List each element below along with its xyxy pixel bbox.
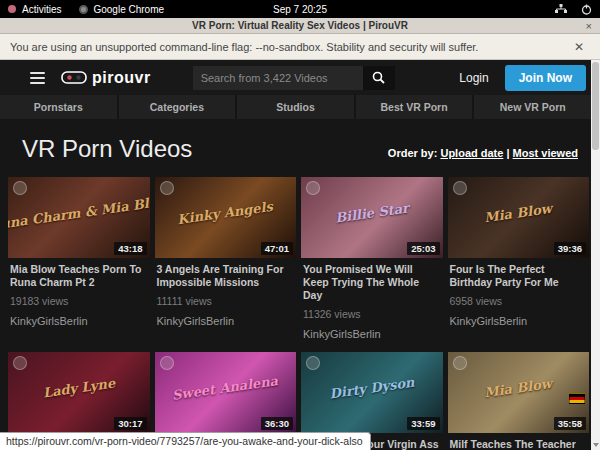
record-indicator-icon <box>8 5 16 13</box>
menu-hamburger-icon[interactable] <box>30 72 45 84</box>
duration-badge: 36:30 <box>261 417 293 430</box>
video-views: 19183 views <box>10 295 148 307</box>
video-channel-link[interactable]: KinkyGirlsBerlin <box>157 315 295 327</box>
window-close-icon[interactable]: × <box>586 18 592 34</box>
video-thumbnail[interactable]: Kinky Angels 47:01 <box>155 177 297 258</box>
studio-logo-icon <box>453 181 467 195</box>
login-link[interactable]: Login <box>459 71 488 85</box>
chrome-app-icon <box>79 5 88 14</box>
thumbnail-overlay-title: Kinky Angels <box>177 199 274 227</box>
video-thumbnail[interactable]: Mia Blow 35:58 <box>448 352 590 433</box>
german-flag-icon <box>569 393 585 404</box>
video-views: 11111 views <box>157 295 295 307</box>
studio-logo-icon <box>453 356 467 370</box>
nav-item-categories[interactable]: Categories <box>119 95 236 119</box>
unsupported-flag-warning-bar: You are using an unsupported command-lin… <box>0 34 600 60</box>
site-logo[interactable]: pirouvr <box>61 69 151 87</box>
site-header: pirouvr Login Join Now <box>0 60 600 95</box>
thumbnail-overlay-title: Mia Blow <box>483 376 553 400</box>
video-grid: Runa Charm & Mia Blow 43:18 Mia Blow Tea… <box>8 177 589 450</box>
activities-button[interactable]: Activities <box>22 4 61 15</box>
active-app-label[interactable]: Google Chrome <box>93 4 164 15</box>
video-thumbnail[interactable]: Dirty Dyson 33:59 <box>301 352 443 433</box>
video-thumbnail[interactable]: Runa Charm & Mia Blow 43:18 <box>8 177 150 258</box>
video-title-link[interactable]: 3 Angels Are Training For Impossible Mis… <box>157 263 295 289</box>
video-title-link[interactable]: Milf Teaches The Teacher Some Practical … <box>450 438 588 450</box>
scrollbar-down-arrow-icon[interactable] <box>593 443 599 447</box>
warning-message: You are using an unsupported command-lin… <box>10 41 478 53</box>
warning-close-icon[interactable]: ✕ <box>574 40 590 54</box>
clock[interactable]: Sep 7 20:25 <box>0 4 600 15</box>
video-channel-link[interactable]: KinkyGirlsBerlin <box>10 315 148 327</box>
join-now-button[interactable]: Join Now <box>505 65 586 91</box>
video-card: Kinky Angels 47:01 3 Angels Are Training… <box>155 177 297 350</box>
network-icon[interactable] <box>555 4 567 14</box>
nav-item-new-vr-porn[interactable]: New VR Porn <box>474 95 591 119</box>
video-card: Mia Blow 35:58 Milf Teaches The Teacher … <box>448 352 590 450</box>
page-scrollbar[interactable] <box>591 60 600 450</box>
search-bar <box>193 66 395 90</box>
video-card: Mia Blow 39:36 Four Is The Perfect Birth… <box>448 177 590 350</box>
video-card: Billie Star 25:03 You Promised We Will K… <box>301 177 443 350</box>
power-icon[interactable] <box>581 4 592 15</box>
duration-badge: 30:17 <box>114 417 146 430</box>
nav-item-pornstars[interactable]: Pornstars <box>0 95 117 119</box>
system-top-bar: Activities Google Chrome Sep 7 20:25 <box>0 0 600 18</box>
video-views: 11326 views <box>303 308 441 320</box>
search-input[interactable] <box>193 66 363 90</box>
studio-logo-icon <box>306 356 320 370</box>
search-icon <box>372 71 385 84</box>
vr-goggles-icon <box>61 71 87 85</box>
nav-item-studios[interactable]: Studios <box>237 95 354 119</box>
nav-item-best-vr-porn[interactable]: Best VR Porn <box>356 95 473 119</box>
site-logo-text: pirouvr <box>92 69 151 87</box>
tab-title: VR Porn: Virtual Reality Sex Videos | Pi… <box>192 20 408 31</box>
order-by-controls: Order by: Upload date | Most viewed <box>388 147 578 163</box>
duration-badge: 33:59 <box>407 417 439 430</box>
studio-logo-icon <box>13 356 27 370</box>
thumbnail-overlay-title: Billie Star <box>334 201 410 226</box>
search-button[interactable] <box>363 66 395 90</box>
thumbnail-overlay-title: Sweet Analena <box>171 374 279 404</box>
video-thumbnail[interactable]: Lady Lyne 30:17 <box>8 352 150 433</box>
video-title-link[interactable]: You Promised We Will Keep Trying The Who… <box>303 263 441 302</box>
video-channel-link[interactable]: KinkyGirlsBerlin <box>450 315 588 327</box>
studio-logo-icon <box>306 181 320 195</box>
browser-title-bar: VR Porn: Virtual Reality Sex Videos | Pi… <box>0 18 600 34</box>
main-nav: Pornstars Categories Studios Best VR Por… <box>0 95 600 119</box>
duration-badge: 39:36 <box>554 242 586 255</box>
order-by-upload-date-link[interactable]: Upload date <box>440 147 503 159</box>
page-head: VR Porn Videos Order by: Upload date | M… <box>0 119 600 177</box>
page-title: VR Porn Videos <box>22 135 192 163</box>
video-title-link[interactable]: Four Is The Perfect Birthday Party For M… <box>450 263 588 289</box>
duration-badge: 35:58 <box>554 417 586 430</box>
status-bar-url: https://pirouvr.com/vr-porn-video/779325… <box>0 432 371 450</box>
thumbnail-overlay-title: Lady Lyne <box>42 376 116 401</box>
scrollbar-thumb[interactable] <box>592 62 599 150</box>
video-thumbnail[interactable]: Sweet Analena 36:30 <box>155 352 297 433</box>
duration-badge: 43:18 <box>114 242 146 255</box>
order-by-separator: | <box>506 147 509 159</box>
video-channel-link[interactable]: KinkyGirlsBerlin <box>303 328 441 340</box>
video-thumbnail[interactable]: Mia Blow 39:36 <box>448 177 590 258</box>
video-card: Runa Charm & Mia Blow 43:18 Mia Blow Tea… <box>8 177 150 350</box>
studio-logo-icon <box>160 356 174 370</box>
studio-logo-icon <box>13 181 27 195</box>
thumbnail-overlay-title: Mia Blow <box>483 201 553 225</box>
thumbnail-overlay-title: Runa Charm & Mia Blow <box>8 193 150 233</box>
video-title-link[interactable]: Mia Blow Teaches Porn To Runa Charm Pt 2 <box>10 263 148 289</box>
video-views: 6958 views <box>450 295 588 307</box>
studio-logo-icon <box>160 181 174 195</box>
order-by-most-viewed-link[interactable]: Most viewed <box>513 147 578 159</box>
duration-badge: 47:01 <box>261 242 293 255</box>
duration-badge: 25:03 <box>407 242 439 255</box>
order-by-label: Order by: <box>388 147 438 159</box>
video-thumbnail[interactable]: Billie Star 25:03 <box>301 177 443 258</box>
thumbnail-overlay-title: Dirty Dyson <box>328 375 415 402</box>
